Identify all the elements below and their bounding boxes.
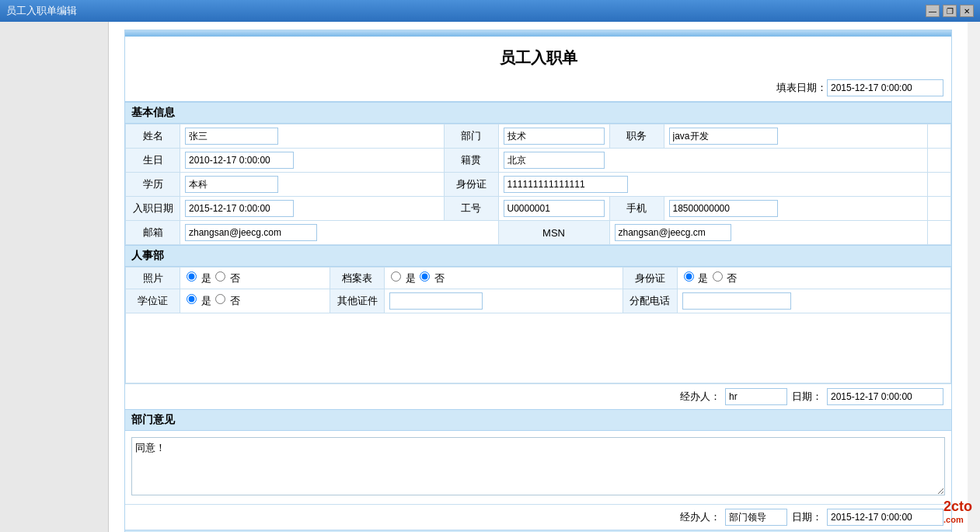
native-input[interactable] xyxy=(504,152,605,169)
mobile-cell xyxy=(664,197,928,221)
scrollbar-right[interactable] xyxy=(968,22,980,532)
birthday-input[interactable] xyxy=(185,152,294,169)
window-body: 员工入职单 填表日期： 基本信息 姓名 部门 职务 xyxy=(0,22,980,532)
other-cert-cell xyxy=(385,289,623,313)
native-cell xyxy=(498,149,928,173)
basic-info-section-header: 基本信息 xyxy=(125,102,951,124)
phone-input[interactable] xyxy=(682,292,791,310)
id-card-cell xyxy=(498,173,928,197)
birthday-cell xyxy=(180,149,445,173)
dept-cell xyxy=(498,124,609,149)
handler-input[interactable] xyxy=(725,388,787,405)
fill-date-input[interactable] xyxy=(827,79,943,96)
education-input[interactable] xyxy=(185,176,278,193)
fill-date-label: 填表日期： xyxy=(776,81,827,95)
work-no-cell xyxy=(498,197,609,221)
hr-section-header: 人事部 xyxy=(125,245,951,267)
other-cert-input[interactable] xyxy=(389,292,483,310)
table-row: 学位证 是 否 其他证件 分配电话 xyxy=(126,289,951,313)
email-label: 邮箱 xyxy=(126,221,180,245)
logo-sub: .com xyxy=(943,515,964,524)
dept-handler-row: 经办人： 日期： xyxy=(125,504,951,530)
handler-date-label: 日期： xyxy=(792,390,822,404)
other-cert-label: 其他证件 xyxy=(330,289,385,313)
phone-label: 分配电话 xyxy=(623,289,677,313)
id-card-label: 身份证 xyxy=(444,173,498,197)
position-cell xyxy=(664,124,928,149)
mobile-input[interactable] xyxy=(669,200,778,217)
close-button[interactable]: ✕ xyxy=(960,5,974,17)
name-cell xyxy=(180,124,445,149)
photo-no-radio[interactable] xyxy=(215,271,225,282)
join-date-label: 入职日期 xyxy=(126,197,180,221)
form-container: 员工入职单 填表日期： 基本信息 姓名 部门 职务 xyxy=(124,30,952,532)
dept-date-input[interactable] xyxy=(827,509,943,526)
title-bar: 员工入职单编辑 — ❐ ✕ xyxy=(0,0,980,22)
id-cert-label: 身份证 xyxy=(623,268,677,289)
table-row: 生日 籍贯 xyxy=(126,149,951,173)
logo-text: 2cto xyxy=(943,499,972,514)
main-content: 员工入职单 填表日期： 基本信息 姓名 部门 职务 xyxy=(109,22,968,532)
id-cert-yes-radio[interactable] xyxy=(684,271,694,282)
sidebar-left xyxy=(0,22,109,532)
minimize-button[interactable]: — xyxy=(926,5,940,17)
id-cert-yes-label: 是 xyxy=(698,272,708,284)
work-no-input[interactable] xyxy=(504,200,605,217)
id-cert-cell: 是 否 xyxy=(677,268,950,289)
degree-cell: 是 否 xyxy=(180,289,330,313)
photo-cell: 是 否 xyxy=(180,268,330,289)
photo-label: 照片 xyxy=(126,268,180,289)
join-date-cell xyxy=(180,197,445,221)
photo-no-label: 否 xyxy=(230,272,240,284)
table-row: 邮箱 MSN xyxy=(126,221,951,245)
notes-cell xyxy=(126,313,951,383)
id-card-input[interactable] xyxy=(504,176,628,193)
msn-cell xyxy=(609,221,928,245)
dept-label: 部门 xyxy=(444,124,498,149)
email-input[interactable] xyxy=(185,224,317,241)
window-controls: — ❐ ✕ xyxy=(926,5,974,17)
archive-cell: 是 否 xyxy=(385,268,623,289)
restore-button[interactable]: ❐ xyxy=(943,5,957,17)
dept-handler-label: 经办人： xyxy=(680,510,720,524)
msn-input[interactable] xyxy=(615,224,731,241)
form-title: 员工入职单 xyxy=(125,37,951,76)
handler-date-input[interactable] xyxy=(827,388,943,405)
form-header-bar xyxy=(125,30,951,37)
degree-yes-radio[interactable] xyxy=(187,294,197,304)
dept-date-label: 日期： xyxy=(792,510,822,524)
degree-no-label: 否 xyxy=(230,295,240,306)
dept-input[interactable] xyxy=(504,128,605,145)
archive-no-radio[interactable] xyxy=(420,271,430,282)
archive-label: 档案表 xyxy=(330,268,385,289)
dept-opinion-textarea[interactable]: 同意！ xyxy=(131,437,945,495)
degree-no-radio[interactable] xyxy=(215,294,225,304)
archive-yes-radio[interactable] xyxy=(391,271,401,282)
position-label: 职务 xyxy=(609,124,664,149)
name-input[interactable] xyxy=(185,128,278,145)
dept-opinion-section-header: 部门意见 xyxy=(125,409,951,431)
dept-handler-input[interactable] xyxy=(725,509,787,526)
join-date-input[interactable] xyxy=(185,200,294,217)
email-cell xyxy=(180,221,499,245)
table-row: 学历 身份证 xyxy=(126,173,951,197)
table-row: 入职日期 工号 手机 xyxy=(126,197,951,221)
name-label: 姓名 xyxy=(126,124,180,149)
work-no-label: 工号 xyxy=(444,197,498,221)
hr-table: 照片 是 否 档案表 是 否 身份证 xyxy=(125,267,951,383)
mobile-label: 手机 xyxy=(609,197,664,221)
education-cell xyxy=(180,173,445,197)
birthday-label: 生日 xyxy=(126,149,180,173)
basic-info-table: 姓名 部门 职务 生日 xyxy=(125,124,951,245)
position-input[interactable] xyxy=(669,128,778,145)
msn-label: MSN xyxy=(498,221,609,245)
photo-yes-label: 是 xyxy=(201,272,211,284)
id-cert-no-label: 否 xyxy=(727,272,737,284)
id-cert-no-radio[interactable] xyxy=(713,271,723,282)
archive-no-label: 否 xyxy=(434,272,445,284)
table-row: 姓名 部门 职务 xyxy=(126,124,951,149)
degree-label: 学位证 xyxy=(126,289,180,313)
window-title: 员工入职单编辑 xyxy=(6,4,926,18)
degree-yes-label: 是 xyxy=(201,295,211,306)
photo-yes-radio[interactable] xyxy=(187,271,197,282)
